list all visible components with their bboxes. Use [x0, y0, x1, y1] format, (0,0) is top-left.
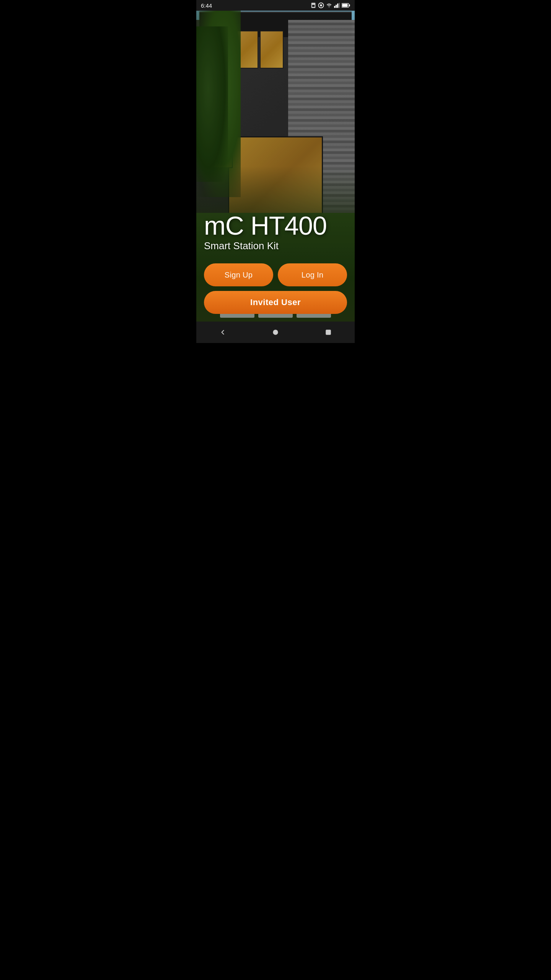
- svg-point-3: [320, 4, 322, 6]
- svg-rect-10: [342, 4, 347, 7]
- home-button[interactable]: [264, 325, 287, 340]
- invited-user-button[interactable]: Invited User: [204, 291, 347, 314]
- app-subtitle: Smart Station Kit: [204, 240, 347, 252]
- recents-button[interactable]: [317, 325, 340, 340]
- svg-rect-5: [336, 5, 337, 8]
- svg-rect-7: [339, 3, 340, 8]
- home-icon: [272, 328, 279, 336]
- sync-icon: [318, 2, 324, 8]
- svg-rect-9: [349, 4, 350, 6]
- nav-bar: [196, 322, 355, 343]
- status-time: 6:44: [201, 2, 212, 9]
- battery-icon: [342, 3, 350, 8]
- svg-rect-4: [334, 6, 335, 8]
- primary-buttons-row: Sign Up Log In: [204, 263, 347, 286]
- wifi-icon: [326, 3, 333, 8]
- svg-rect-6: [337, 3, 338, 8]
- signal-icon: [334, 3, 340, 8]
- sim-icon: [310, 2, 316, 8]
- back-icon: [219, 328, 227, 336]
- svg-point-11: [273, 330, 278, 335]
- app-title-area: mC HT400 Smart Station Kit: [196, 212, 355, 263]
- svg-rect-12: [326, 330, 331, 335]
- main-content: mC HT400 Smart Station Kit Sign Up Log I…: [196, 11, 355, 322]
- buttons-area: Sign Up Log In Invited User: [196, 263, 355, 314]
- recents-icon: [325, 329, 332, 336]
- status-icons: [310, 2, 350, 8]
- back-button[interactable]: [211, 325, 234, 340]
- sign-up-button[interactable]: Sign Up: [204, 263, 273, 286]
- svg-rect-1: [312, 5, 315, 7]
- log-in-button[interactable]: Log In: [278, 263, 347, 286]
- app-title: mC HT400: [204, 212, 347, 238]
- status-bar: 6:44: [196, 0, 355, 11]
